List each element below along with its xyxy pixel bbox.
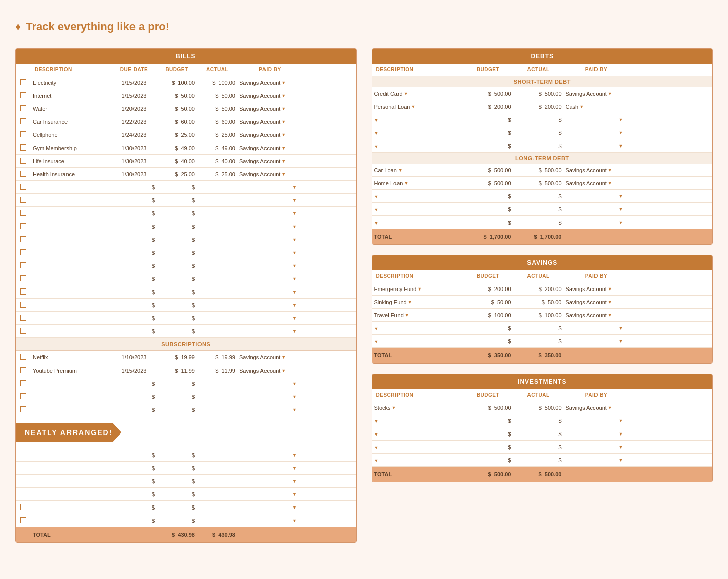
bill-paid-5: Savings Account ▼ (237, 130, 303, 140)
checkbox-sub-1[interactable] (20, 354, 26, 360)
debts-total-actual: $ 1,700.00 (513, 232, 564, 242)
sub-empty-3: $$▼ (16, 403, 356, 416)
sub-empty-1: $$▼ (16, 377, 356, 390)
bill-actual-3: $ 50.00 (197, 104, 237, 114)
bill-empty-11: $$▼ (16, 312, 356, 325)
bill-desc-1: Electricity (31, 78, 111, 88)
bill-actual-4: $ 60.00 (197, 117, 237, 127)
sub-paid-2: Savings Account ▼ (237, 366, 303, 376)
bill-paid-4: Savings Account ▼ (237, 117, 303, 127)
saving-row-1: Emergency Fund ▼ $ 200.00 $ 200.00 Savin… (372, 282, 713, 296)
bills-col-headers: DESCRIPTION DUE DATE BUDGET ACTUAL PAID … (16, 64, 356, 76)
checkbox-7[interactable] (20, 158, 26, 164)
investments-col-paid: PAID BY (564, 389, 629, 401)
saving-empty-1: ▼ $$ ▼ (372, 322, 713, 335)
sub-empty-6: $$▼ (16, 475, 356, 488)
savings-total-actual: $ 350.00 (513, 350, 564, 360)
sub-due-2: 1/15/2023 (111, 366, 157, 376)
sub-empty-9: $$▼ (16, 514, 356, 527)
debts-header: DEBTS (372, 49, 713, 64)
bills-panel: BILLS DESCRIPTION DUE DATE BUDGET ACTUAL… (15, 48, 357, 543)
bills-col-check (16, 64, 31, 76)
bill-desc-8: Health Insurance (31, 169, 111, 179)
debts-col-budget: BUDGET (463, 64, 513, 76)
bill-due-3: 1/20/2023 (111, 104, 157, 114)
debt-short-e1: ▼ $$ ▼ (372, 113, 713, 126)
debts-total-label: TOTAL (372, 232, 463, 242)
bill-budget-5: $ 25.00 (157, 130, 197, 140)
savings-col-headers: DESCRIPTION BUDGET ACTUAL PAID BY (372, 270, 713, 282)
sub-empty-7: $$▼ (16, 488, 356, 501)
bill-budget-6: $ 49.00 (157, 143, 197, 153)
bill-budget-4: $ 60.00 (157, 117, 197, 127)
savings-col-paid: PAID BY (564, 270, 629, 282)
checkbox-3[interactable] (20, 105, 26, 111)
bill-empty-9: $$▼ (16, 285, 356, 299)
debts-col-headers: DESCRIPTION BUDGET ACTUAL PAID BY (372, 64, 713, 76)
checkbox-6[interactable] (20, 144, 26, 151)
sub-desc-1: Netflix (31, 352, 111, 363)
bill-due-6: 1/30/2023 (111, 143, 157, 153)
checkbox-1[interactable] (20, 79, 26, 85)
debt-long-e1: ▼ $$ ▼ (372, 190, 713, 203)
bill-budget-7: $ 40.00 (157, 156, 197, 166)
bill-paid-2: Savings Account ▼ (237, 91, 303, 101)
bill-paid-8: Savings Account ▼ (237, 169, 303, 179)
bill-due-2: 1/15/2023 (111, 91, 157, 101)
bill-desc-4: Car Insurance (31, 117, 111, 127)
bill-actual-7: $ 40.00 (197, 156, 237, 166)
neatly-arranged-banner: NEATLY ARRANGED! (16, 423, 121, 442)
diamond-icon: ♦ (15, 20, 21, 33)
checkbox-sub-2[interactable] (20, 367, 26, 373)
bills-col-budget: BUDGET (157, 64, 197, 76)
investments-table: INVESTMENTS DESCRIPTION BUDGET ACTUAL PA… (372, 374, 713, 482)
debt-long-e2: ▼ $$ ▼ (372, 203, 713, 216)
investments-total-row: TOTAL $ 500.00 $ 500.00 (372, 467, 713, 482)
bills-col-paidby: PAID BY (237, 64, 303, 76)
bill-due-7: 1/30/2023 (111, 156, 157, 166)
invest-row-1: Stocks ▼ $ 500.00 $ 500.00 Savings Accou… (372, 401, 713, 414)
checkbox-8[interactable] (20, 171, 26, 177)
bill-desc-7: Life Insurace (31, 156, 111, 166)
investments-col-actual: ACTUAL (513, 389, 564, 401)
savings-col-budget: BUDGET (463, 270, 513, 282)
sub-empty-8: $$▼ (16, 501, 356, 514)
checkbox-2[interactable] (20, 92, 26, 98)
bills-col-desc: DESCRIPTION (31, 64, 111, 76)
investments-total-actual: $ 500.00 (513, 469, 564, 479)
debts-total-row: TOTAL $ 1,700.00 $ 1,700.00 (372, 229, 713, 244)
bill-desc-5: Cellphone (31, 130, 111, 140)
debt-long-1: Car Loan ▼ $ 500.00 $ 500.00 Savings Acc… (372, 164, 713, 177)
bills-total-row: TOTAL $ 430.98 $ 430.98 (16, 527, 356, 542)
debts-total-budget: $ 1,700.00 (463, 232, 513, 242)
bills-total-actual: $ 430.98 (197, 530, 237, 540)
debts-col-desc: DESCRIPTION (372, 64, 463, 76)
bills-col-due: DUE DATE (111, 64, 157, 76)
bill-paid-6: Savings Account ▼ (237, 143, 303, 153)
sub-paid-1: Savings Account ▼ (237, 352, 303, 363)
sub-empty-4: $$▼ (16, 449, 356, 462)
bill-budget-2: $ 50.00 (157, 91, 197, 101)
checkbox-5[interactable] (20, 131, 26, 137)
debt-short-e2: ▼ $$ ▼ (372, 126, 713, 139)
bill-desc-3: Water (31, 104, 111, 114)
bill-budget-8: $ 25.00 (157, 169, 197, 179)
bill-desc-6: Gym Membership (31, 143, 111, 153)
debt-short-e3: ▼ $$ ▼ (372, 139, 713, 153)
bill-row-6: Gym Membership 1/30/2023 $ 49.00 $ 49.00… (16, 141, 356, 155)
saving-row-3: Travel Fund ▼ $ 100.00 $ 100.00 Savings … (372, 309, 713, 322)
checkbox-4[interactable] (20, 118, 26, 124)
sub-row-2: Youtube Premium 1/15/2023 $ 11.99 $ 11.9… (16, 364, 356, 377)
bill-row-8: Health Insurance 1/30/2023 $ 25.00 $ 25.… (16, 168, 356, 181)
savings-total-row: TOTAL $ 350.00 $ 350.00 (372, 348, 713, 363)
bill-row-7: Life Insurace 1/30/2023 $ 40.00 $ 40.00 … (16, 155, 356, 168)
bill-empty-5: $$▼ (16, 233, 356, 246)
sub-actual-1: $ 19.99 (197, 352, 237, 363)
investments-col-desc: DESCRIPTION (372, 389, 463, 401)
sub-empty-2: $$▼ (16, 390, 356, 403)
bill-paid-1: Savings Account ▼ (237, 78, 303, 88)
bill-due-1: 1/15/2023 (111, 78, 157, 88)
bill-empty-3: $$▼ (16, 207, 356, 220)
invest-empty-1: ▼ $$ ▼ (372, 414, 713, 427)
subscriptions-header: SUBSCRIPTIONS (16, 338, 356, 351)
